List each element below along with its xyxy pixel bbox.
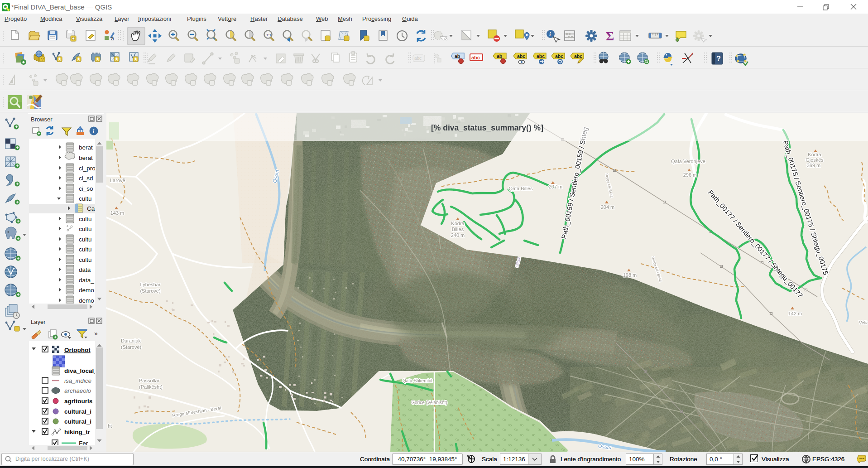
svg-text:ht: ht xyxy=(108,423,112,429)
svg-text:berat: berat xyxy=(79,144,93,151)
svg-text:Qafa Billës: Qafa Billës xyxy=(508,186,533,191)
svg-text:Layer: Layer xyxy=(31,318,46,325)
svg-text:296 m: 296 m xyxy=(683,172,697,178)
svg-text:cultu: cultu xyxy=(79,256,92,263)
svg-text:Gorice (Velabisht): Gorice (Velabisht) xyxy=(411,400,447,405)
svg-text:cultu: cultu xyxy=(79,226,92,232)
svg-text:abc: abc xyxy=(537,53,545,59)
svg-text:1:1: 1:1 xyxy=(266,33,272,37)
svg-text:?: ? xyxy=(716,55,721,63)
svg-text:142 m: 142 m xyxy=(788,311,802,316)
svg-text:Qafa Verdhjeve: Qafa Verdhjeve xyxy=(671,159,705,164)
svg-text:Larovë: Larovë xyxy=(110,178,125,183)
svg-text:abc: abc xyxy=(517,53,525,59)
svg-text:abc: abc xyxy=(414,56,422,61)
svg-text:abc: abc xyxy=(574,53,582,59)
svg-text:»: » xyxy=(94,330,98,337)
svg-text:abc: abc xyxy=(471,55,480,60)
svg-text:a: a xyxy=(111,35,114,42)
svg-text:archaeolo: archaeolo xyxy=(64,387,91,394)
svg-text:cultu: cultu xyxy=(79,236,92,243)
svg-text:207 m: 207 m xyxy=(549,184,563,189)
svg-text:[% diva_status_summary() %]: [% diva_status_summary() %] xyxy=(431,123,543,132)
svg-text:Browser: Browser xyxy=(31,116,53,123)
svg-text:isa_indice: isa_indice xyxy=(64,377,91,384)
svg-text:cultural_i: cultural_i xyxy=(64,408,91,415)
svg-text:abc: abc xyxy=(555,53,563,59)
svg-text:hiking_tr: hiking_tr xyxy=(64,429,91,435)
svg-text:Ortophot: Ortophot xyxy=(64,347,91,353)
svg-text:(Starovë): (Starovë) xyxy=(121,344,141,350)
svg-text:ci_pro: ci_pro xyxy=(79,165,96,172)
svg-text:cultu: cultu xyxy=(79,216,92,222)
svg-text:Σ: Σ xyxy=(606,29,614,43)
svg-text:cultu: cultu xyxy=(79,246,92,253)
svg-text:cultu: cultu xyxy=(79,195,92,202)
svg-text:Duranjak: Duranjak xyxy=(121,338,141,343)
svg-text:Lybeshar: Lybeshar xyxy=(140,282,161,287)
svg-text:369 m: 369 m xyxy=(807,163,821,168)
svg-text:Kodra: Kodra xyxy=(808,152,821,157)
svg-text:(Starovë): (Starovë) xyxy=(140,288,160,294)
svg-text:i: i xyxy=(93,128,95,135)
svg-text:data_: data_ xyxy=(79,266,94,273)
svg-text:Velias (: Velias ( xyxy=(859,320,868,325)
svg-text:Gjoskës: Gjoskës xyxy=(806,157,824,163)
svg-text:240 m: 240 m xyxy=(451,232,465,238)
svg-text:ci_so: ci_so xyxy=(79,185,93,192)
svg-text:204 m: 204 m xyxy=(601,204,615,210)
svg-text:demo: demo xyxy=(79,287,94,294)
svg-text:berat: berat xyxy=(79,154,93,161)
svg-text:Ca: Ca xyxy=(87,205,95,212)
svg-text:143 m: 143 m xyxy=(110,210,125,216)
svg-text:(Palikësht): (Palikësht) xyxy=(139,384,163,390)
svg-text:i: i xyxy=(549,31,551,38)
svg-text:Qafa Shkembit: Qafa Shkembit xyxy=(403,378,432,383)
svg-text:data_: data_ xyxy=(79,277,94,284)
svg-text:198 m: 198 m xyxy=(623,272,637,278)
svg-text:Kodra: Kodra xyxy=(451,221,465,226)
svg-text:ci_sd: ci_sd xyxy=(79,175,93,182)
svg-text:Billes: Billes xyxy=(452,227,464,232)
svg-text:demo: demo xyxy=(79,297,94,304)
svg-text:cultural_i: cultural_i xyxy=(64,418,91,425)
svg-text:Passollar: Passollar xyxy=(139,378,160,383)
svg-text:agritouris: agritouris xyxy=(64,398,92,405)
